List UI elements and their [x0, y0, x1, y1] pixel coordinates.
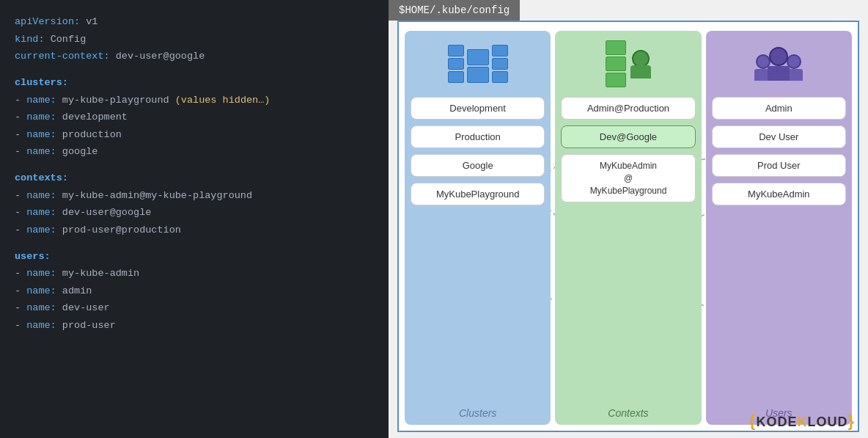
code-clusters-section: clusters: [15, 74, 374, 92]
diagram-content: Development Production Google MyKubePlay… [397, 21, 859, 432]
clusters-boxes: Development Production Google MyKubePlay… [411, 97, 545, 401]
code-line-2: kind: Config [15, 31, 374, 48]
context-box-dev-google: Dev@Google [561, 125, 695, 148]
code-user-2: - name: admin [15, 282, 374, 300]
contexts-label: Contexts [608, 407, 648, 419]
code-user-4: - name: prod-user [15, 317, 374, 335]
user-box-devuser: Dev User [712, 125, 846, 148]
clusters-icon [448, 38, 508, 90]
users-boxes: Admin Dev User Prod User MyKubeAdmin [712, 97, 846, 401]
code-users-section: users: [15, 248, 374, 266]
code-cluster-3: - name: production [15, 126, 374, 144]
code-user-3: - name: dev-user [15, 299, 374, 317]
user-box-mykubeadmin: MyKubeAdmin [712, 183, 846, 205]
code-context-3: - name: prod-user@production [15, 222, 374, 239]
diagram-header: $HOME/.kube/config [389, 0, 520, 21]
code-cluster-2: - name: development [15, 109, 374, 126]
contexts-icon [606, 38, 651, 90]
logo-k2: K [797, 415, 807, 429]
code-context-2: - name: dev-user@google [15, 204, 374, 222]
user-box-produser: Prod User [712, 154, 846, 177]
code-line-3: current-context: dev-user@google [15, 48, 374, 65]
diagram-panel: $HOME/.kube/config [389, 0, 868, 438]
logo-k1: K [756, 415, 766, 429]
brace-close: } [847, 412, 855, 430]
cluster-box-development: Development [411, 97, 545, 120]
code-line-1: apiVersion: v1 [15, 13, 374, 31]
context-box-admin-production: Admin@Production [561, 97, 695, 120]
contexts-column: Admin@Production Dev@Google MyKubeAdmin@… [555, 31, 701, 425]
brace-open: { [749, 412, 757, 430]
code-contexts-section: contexts: [15, 169, 374, 187]
user-box-admin: Admin [712, 97, 846, 120]
code-user-1: - name: my-kube-admin [15, 265, 374, 282]
code-panel: apiVersion: v1 kind: Config current-cont… [0, 0, 389, 438]
code-context-1: - name: my-kube-admin@my-kube-playground [15, 187, 374, 205]
clusters-label: Clusters [459, 407, 496, 419]
code-cluster-4: - name: google [15, 143, 374, 161]
cluster-box-mykubeplayground: MyKubePlayground [411, 183, 545, 205]
users-icon [754, 38, 803, 90]
cluster-box-google: Google [411, 154, 545, 177]
code-cluster-1: - name: my-kube-playground (values hidde… [15, 92, 374, 109]
users-column: Admin Dev User Prod User MyKubeAdmin Use… [706, 31, 852, 425]
cluster-box-production: Production [411, 125, 545, 148]
kodekloud-logo: {KODEKLOUD} [749, 412, 855, 431]
context-box-mykubeadmin: MyKubeAdmin@MyKubePlayground [561, 154, 695, 202]
clusters-column: Development Production Google MyKubePlay… [405, 31, 551, 425]
contexts-boxes: Admin@Production Dev@Google MyKubeAdmin@… [561, 97, 695, 401]
